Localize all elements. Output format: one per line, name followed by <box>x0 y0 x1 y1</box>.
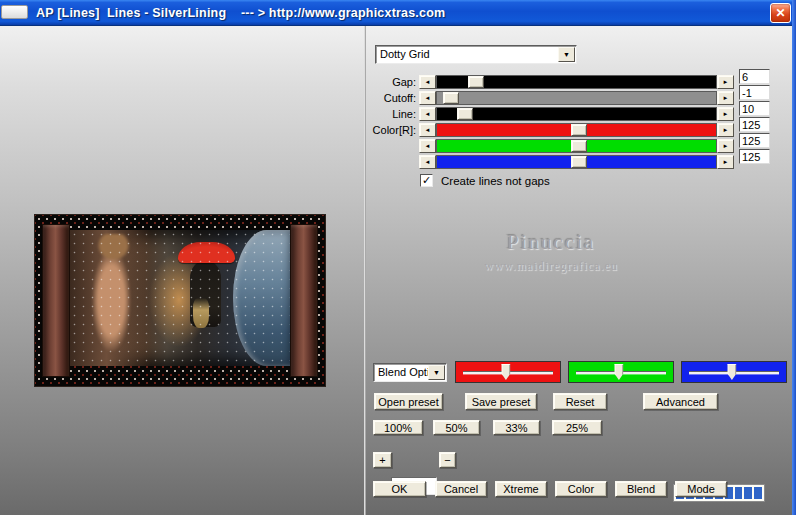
create-lines-checkbox-row: ✓ Create lines not gaps <box>420 174 550 187</box>
blend-red-slider-thumb[interactable] <box>501 364 510 380</box>
window-title: AP [Lines] Lines - SilverLining --- > ht… <box>36 0 445 26</box>
watermark-name: Pinuccia <box>430 230 672 255</box>
slider-left-arrow[interactable]: ◄ <box>419 123 436 137</box>
cutoff-value-field[interactable] <box>739 85 770 100</box>
save-preset-button[interactable]: Save preset <box>465 393 537 410</box>
title-bar[interactable]: AP [Lines] Lines - SilverLining --- > ht… <box>0 0 796 26</box>
slider-row-line: Line: ◄ ► <box>370 107 774 121</box>
line-slider-track[interactable] <box>436 107 717 121</box>
slider-right-arrow[interactable]: ► <box>717 91 734 105</box>
zoom-33-button[interactable]: 33% <box>493 420 540 435</box>
zoom-100-button[interactable]: 100% <box>373 420 423 435</box>
slider-left-arrow[interactable]: ◄ <box>419 107 436 121</box>
mode-button[interactable]: Mode <box>675 481 727 497</box>
cancel-button[interactable]: Cancel <box>435 481 487 497</box>
cutoff-slider-thumb[interactable] <box>443 92 459 104</box>
dot-grid-overlay <box>70 230 290 366</box>
blue-slider-thumb[interactable] <box>571 156 587 168</box>
gap-slider-track[interactable] <box>436 75 717 89</box>
dialog-body: Dotty Grid ▼ Gap: ◄ ► Cutoff: ◄ ► Line: … <box>0 26 796 515</box>
green-value-field[interactable] <box>739 133 770 148</box>
chevron-down-icon[interactable]: ▼ <box>428 365 445 380</box>
blend-options-dropdown[interactable]: Blend Opti ▼ <box>373 363 447 382</box>
green-slider-thumb[interactable] <box>571 140 587 152</box>
slider-label: Cutoff: <box>370 92 416 104</box>
create-lines-checkbox-label: Create lines not gaps <box>441 175 550 187</box>
preview-frame-right-pillar <box>290 224 318 377</box>
red-slider-track[interactable] <box>436 123 717 137</box>
color-button[interactable]: Color <box>555 481 607 497</box>
advanced-button[interactable]: Advanced <box>643 393 718 410</box>
blend-red-slider[interactable] <box>455 361 561 383</box>
preset-dropdown[interactable]: Dotty Grid ▼ <box>375 45 577 64</box>
line-value-field[interactable] <box>739 101 770 116</box>
progress-segment <box>744 487 752 499</box>
blue-value-field[interactable] <box>739 149 770 164</box>
chevron-down-icon[interactable]: ▼ <box>558 47 575 62</box>
slider-row-color-green: ◄ ► <box>370 139 774 153</box>
close-button[interactable]: ✕ <box>770 3 791 23</box>
blend-button[interactable]: Blend <box>615 481 667 497</box>
create-lines-checkbox[interactable]: ✓ <box>420 174 433 187</box>
slider-row-color-blue: ◄ ► <box>370 155 774 169</box>
cutoff-slider-track[interactable] <box>436 91 717 105</box>
app-icon <box>1 5 28 19</box>
preset-dropdown-value: Dotty Grid <box>380 48 430 60</box>
slider-label: Gap: <box>370 76 416 88</box>
blend-blue-slider-thumb[interactable] <box>727 364 736 380</box>
panel-separator <box>364 26 366 515</box>
plugin-dialog: AP [Lines] Lines - SilverLining --- > ht… <box>0 0 796 515</box>
slider-right-arrow[interactable]: ► <box>717 107 734 121</box>
blend-blue-slider[interactable] <box>681 361 787 383</box>
line-slider-thumb[interactable] <box>457 108 473 120</box>
green-slider-track[interactable] <box>436 139 717 153</box>
ok-button[interactable]: OK <box>373 481 426 497</box>
slider-right-arrow[interactable]: ► <box>717 123 734 137</box>
blue-slider-track[interactable] <box>436 155 717 169</box>
progress-segment <box>735 487 743 499</box>
slider-label: Color[R]: <box>370 124 416 136</box>
slider-left-arrow[interactable]: ◄ <box>419 91 436 105</box>
gap-slider-thumb[interactable] <box>468 76 484 88</box>
preview-frame-left-pillar <box>42 224 70 377</box>
window-border <box>792 0 796 515</box>
slider-right-arrow[interactable]: ► <box>717 155 734 169</box>
zoom-50-button[interactable]: 50% <box>433 420 480 435</box>
gap-value-field[interactable] <box>739 69 770 84</box>
slider-right-arrow[interactable]: ► <box>717 139 734 153</box>
blend-green-slider-thumb[interactable] <box>614 364 623 380</box>
slider-label: Line: <box>370 108 416 120</box>
slider-left-arrow[interactable]: ◄ <box>419 139 436 153</box>
zoom-in-button[interactable]: + <box>373 452 392 468</box>
slider-left-arrow[interactable]: ◄ <box>419 75 436 89</box>
reset-button[interactable]: Reset <box>553 393 607 410</box>
preview-image[interactable] <box>34 214 326 387</box>
slider-row-cutoff: Cutoff: ◄ ► <box>370 91 774 105</box>
slider-row-gap: Gap: ◄ ► <box>370 75 774 89</box>
slider-left-arrow[interactable]: ◄ <box>419 155 436 169</box>
watermark: Pinuccia www.maidiregrafica.eu <box>430 230 672 274</box>
preview-photo <box>70 230 290 366</box>
zoom-25-button[interactable]: 25% <box>552 420 602 435</box>
blend-options-dropdown-value: Blend Opti <box>378 366 429 378</box>
red-value-field[interactable] <box>739 117 770 132</box>
watermark-url: www.maidiregrafica.eu <box>430 259 672 274</box>
slider-right-arrow[interactable]: ► <box>717 75 734 89</box>
open-preset-button[interactable]: Open preset <box>374 393 443 410</box>
slider-row-color-red: Color[R]: ◄ ► <box>370 123 774 137</box>
red-slider-thumb[interactable] <box>571 124 587 136</box>
xtreme-button[interactable]: Xtreme <box>495 481 547 497</box>
zoom-out-button[interactable]: − <box>439 452 456 468</box>
blend-green-slider[interactable] <box>568 361 674 383</box>
progress-segment <box>754 487 762 499</box>
